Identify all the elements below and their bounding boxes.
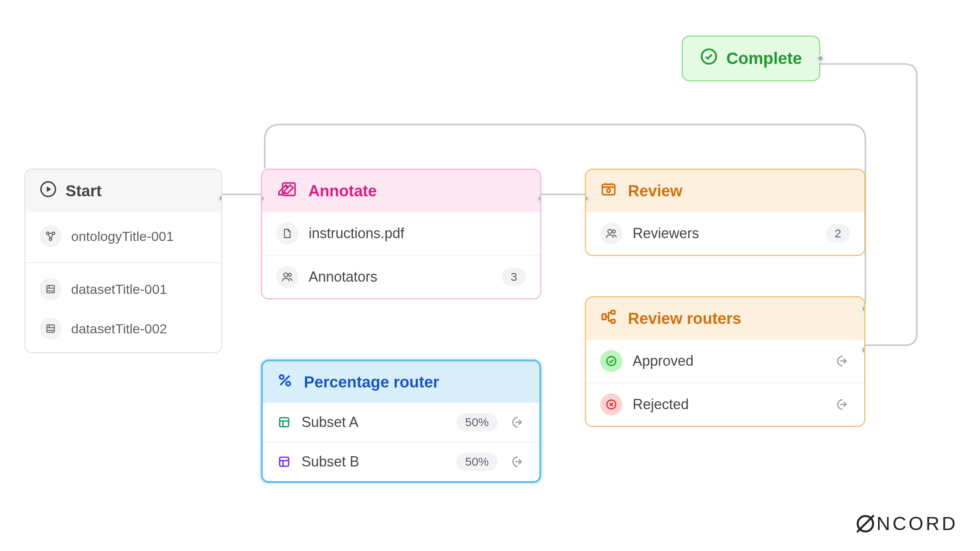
- instructions-row: instructions.pdf: [262, 212, 540, 255]
- port: [537, 195, 541, 202]
- database-icon: [40, 278, 62, 300]
- svg-point-13: [608, 229, 612, 233]
- ontology-label: ontologyTitle-001: [71, 229, 174, 244]
- percentage-router-header: Percentage router: [263, 361, 539, 403]
- play-circle-icon: [40, 181, 57, 201]
- svg-rect-6: [47, 325, 55, 333]
- annotate-header: Annotate: [262, 170, 540, 212]
- edit-icon: [276, 181, 297, 201]
- review-title: Review: [628, 182, 682, 200]
- svg-rect-20: [611, 310, 615, 314]
- svg-point-12: [607, 189, 611, 192]
- instructions-label: instructions.pdf: [309, 225, 404, 242]
- complete-label: Complete: [726, 49, 802, 68]
- subset-pct: 50%: [456, 413, 498, 431]
- svg-point-14: [612, 230, 616, 233]
- file-icon: [276, 222, 298, 244]
- svg-point-2: [46, 232, 49, 234]
- exit-icon: [833, 352, 850, 370]
- subset-pct: 50%: [456, 453, 498, 471]
- annotators-row: Annotators 3: [262, 255, 540, 298]
- annotators-label: Annotators: [309, 269, 492, 285]
- percentage-router-node[interactable]: Percentage router Subset A 50%: [261, 359, 541, 483]
- ontology-icon: [40, 225, 62, 247]
- subset-icon: [277, 455, 291, 468]
- subset-row: Subset B 50%: [263, 442, 539, 481]
- users-icon: [276, 266, 298, 288]
- dataset-row: datasetTitle-002: [25, 309, 221, 348]
- svg-point-16: [286, 382, 290, 386]
- router-icon: [600, 308, 617, 329]
- percentage-router-title: Percentage router: [304, 373, 439, 391]
- review-header: Review: [586, 170, 864, 212]
- dataset-label-1: datasetTitle-002: [71, 321, 167, 337]
- brand-text: NCORD: [876, 513, 958, 534]
- port: [817, 55, 824, 62]
- route-rejected-row: Rejected: [586, 382, 864, 426]
- annotate-title: Annotate: [308, 182, 377, 200]
- port: [861, 346, 865, 354]
- svg-rect-5: [47, 286, 55, 293]
- route-label: Approved: [633, 353, 822, 369]
- dataset-row: datasetTitle-001: [25, 269, 221, 309]
- review-routers-node[interactable]: Review routers Approved: [585, 296, 865, 427]
- review-routers-title: Review routers: [628, 310, 741, 327]
- reviewers-row: Reviewers 2: [586, 212, 864, 255]
- svg-point-9: [284, 273, 288, 277]
- port: [861, 305, 865, 312]
- annotate-node[interactable]: Annotate instructions.pdf Annotato: [261, 169, 541, 299]
- route-label: Rejected: [633, 396, 822, 413]
- dataset-label-0: datasetTitle-001: [71, 282, 167, 297]
- check-circle-icon: [600, 350, 622, 372]
- svg-rect-17: [280, 418, 289, 427]
- x-circle-icon: [600, 393, 622, 416]
- svg-point-10: [288, 273, 292, 276]
- check-circle-icon: [700, 48, 718, 69]
- review-icon: [600, 181, 617, 201]
- exit-icon: [508, 453, 525, 470]
- svg-rect-19: [602, 314, 606, 320]
- logo-glyph-icon: [857, 515, 874, 532]
- start-node[interactable]: Start ontologyTitle-001: [24, 169, 222, 353]
- subset-icon: [277, 416, 291, 429]
- svg-point-15: [280, 375, 284, 379]
- reviewers-count: 2: [826, 224, 850, 243]
- svg-rect-21: [611, 320, 615, 323]
- reviewers-label: Reviewers: [633, 225, 816, 242]
- annotators-count: 3: [502, 268, 526, 286]
- svg-point-3: [52, 232, 55, 234]
- brand-logo: NCORD: [857, 513, 958, 534]
- ontology-row: ontologyTitle-001: [25, 216, 221, 256]
- subset-label: Subset B: [302, 453, 446, 470]
- database-icon: [40, 318, 62, 340]
- start-title: Start: [66, 182, 102, 200]
- subset-row: Subset A 50%: [263, 403, 539, 442]
- review-node[interactable]: Review Reviewers 2: [585, 169, 865, 256]
- percent-icon: [277, 372, 293, 392]
- users-icon: [600, 222, 622, 244]
- complete-node[interactable]: Complete: [682, 36, 820, 81]
- subset-label: Subset A: [302, 414, 446, 431]
- exit-icon: [833, 396, 850, 413]
- review-routers-header: Review routers: [586, 297, 864, 340]
- start-header: Start: [25, 169, 221, 213]
- exit-icon: [508, 414, 525, 431]
- svg-rect-18: [280, 457, 289, 466]
- route-approved-row: Approved: [586, 340, 864, 382]
